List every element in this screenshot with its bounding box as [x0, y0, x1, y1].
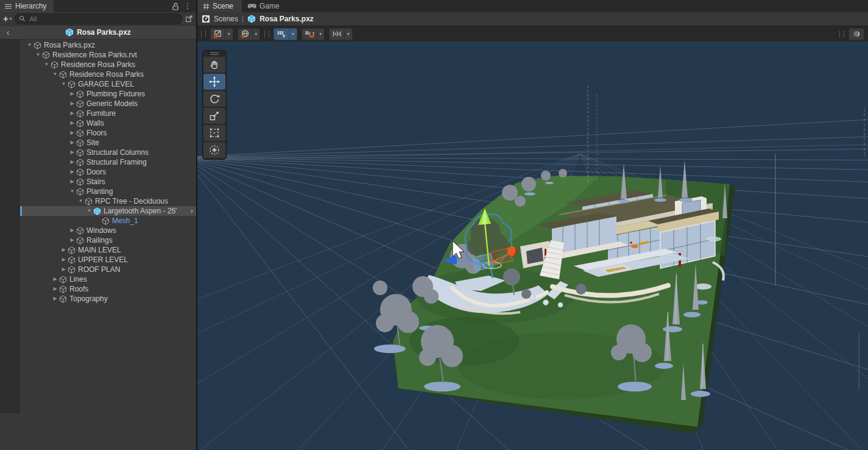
hierarchy-item-plumbing-fixtures[interactable]: ▶Plumbing Fixtures — [0, 89, 196, 99]
expand-arrow-icon[interactable]: ▶ — [68, 150, 76, 155]
expand-arrow-icon[interactable]: ▶ — [51, 287, 59, 291]
expand-arrow-icon[interactable]: ▶ — [68, 111, 76, 116]
expand-arrow-icon[interactable]: ▶ — [60, 267, 68, 272]
expand-arrow-icon[interactable]: ▼ — [68, 189, 76, 194]
expand-arrow-icon[interactable]: ▶ — [68, 91, 76, 96]
toolbar-drag-handle[interactable] — [264, 30, 269, 38]
hierarchy-item-floors[interactable]: ▶Floors — [0, 128, 196, 138]
hierarchy-item-furniture[interactable]: ▶Furniture — [0, 109, 196, 118]
item-label: Plumbing Fixtures — [86, 90, 145, 98]
hierarchy-item-mesh-1[interactable]: Mesh_1 — [0, 216, 196, 226]
toolbar-drag-handle[interactable] — [201, 30, 206, 38]
breadcrumb-current[interactable]: Rosa Parks.pxz — [259, 15, 314, 23]
search-input[interactable] — [28, 15, 178, 23]
unlock-icon[interactable] — [172, 2, 179, 10]
expand-arrow-icon[interactable]: ▼ — [26, 43, 34, 48]
transform-tool[interactable] — [203, 142, 225, 158]
expand-arrow-icon[interactable]: ▶ — [68, 101, 76, 106]
hierarchy-item-planting[interactable]: ▼Planting — [0, 187, 196, 196]
expand-arrow-icon[interactable]: ▶ — [68, 228, 76, 233]
cube-icon — [68, 246, 76, 254]
tab-scene[interactable]: Scene — [197, 0, 242, 12]
expand-arrow-icon[interactable]: ▶ — [60, 257, 68, 262]
expand-arrow-icon[interactable]: ▶ — [68, 130, 76, 135]
hierarchy-item-main-level[interactable]: ▶MAIN LEVEL — [0, 245, 196, 255]
dropdown-caret-icon: ▾ — [347, 32, 350, 37]
scenes-badge-icon[interactable] — [202, 15, 210, 23]
expand-arrow-icon[interactable]: ▶ — [68, 238, 76, 243]
hierarchy-item-upper-level[interactable]: ▶UPPER LEVEL — [0, 255, 196, 265]
transform-icon — [208, 144, 221, 156]
hierarchy-item-generic-models[interactable]: ▶Generic Models — [0, 99, 196, 109]
expand-arrow-icon[interactable]: ▼ — [34, 52, 42, 57]
hierarchy-item-rosa-parks-pxz[interactable]: ▼Rosa Parks.pxz — [0, 40, 196, 50]
create-object-button[interactable]: +▾ — [3, 14, 12, 23]
enter-prefab-chevron[interactable]: › — [191, 207, 193, 215]
hierarchy-item-residence-rosa-parks[interactable]: ▼Residence Rosa Parks — [0, 70, 196, 79]
tool-handle-rotation-button[interactable]: ▾ — [238, 28, 261, 40]
hierarchy-item-largetooth-aspen-25-[interactable]: ▼Largetooth Aspen - 25'› — [0, 206, 196, 216]
camera-doodad-icon — [852, 29, 861, 38]
expand-arrow-icon[interactable]: ▶ — [68, 160, 76, 165]
pick-window-icon[interactable] — [185, 15, 193, 23]
cube-icon — [59, 285, 67, 293]
view-hand-tool[interactable] — [203, 57, 225, 73]
tools-overlay[interactable] — [202, 50, 227, 160]
hierarchy-item-structural-framing[interactable]: ▶Structural Framing — [0, 157, 196, 167]
hierarchy-item-garage-level[interactable]: ▼GARAGE LEVEL — [0, 79, 196, 89]
item-label: Planting — [86, 187, 113, 196]
item-label: GARAGE LEVEL — [78, 80, 134, 88]
snap-settings-button[interactable]: ▾ — [302, 28, 325, 40]
expand-arrow-icon[interactable]: ▶ — [51, 296, 59, 301]
expand-arrow-icon[interactable]: ▼ — [77, 199, 85, 204]
hierarchy-item-roof-plan[interactable]: ▶ROOF PLAN — [0, 265, 196, 274]
scene-viewport[interactable] — [197, 41, 868, 450]
grid-visibility-button[interactable]: Y ▾ — [273, 28, 297, 40]
rotate-tool[interactable] — [203, 91, 225, 107]
toolbar-drag-handle[interactable] — [839, 30, 844, 38]
hierarchy-search[interactable] — [15, 13, 182, 24]
tab-hierarchy[interactable]: Hierarchy — [0, 0, 54, 12]
hierarchy-item-railings[interactable]: ▶Railings — [0, 235, 196, 245]
hierarchy-item-walls[interactable]: ▶Walls — [0, 118, 196, 128]
expand-arrow-icon[interactable]: ▶ — [68, 170, 76, 174]
hierarchy-item-roofs[interactable]: ▶Roofs — [0, 284, 196, 294]
hierarchy-item-doors[interactable]: ▶Doors — [0, 167, 196, 177]
panel-divider[interactable] — [196, 0, 197, 450]
item-label: Lines — [69, 275, 87, 284]
move-icon — [208, 76, 221, 88]
expand-arrow-icon[interactable]: ▼ — [85, 209, 93, 213]
expand-arrow-icon[interactable]: ▼ — [51, 72, 59, 77]
hierarchy-item-lines[interactable]: ▶Lines — [0, 274, 196, 284]
cube-icon — [76, 227, 84, 235]
expand-arrow-icon[interactable]: ▶ — [51, 277, 59, 282]
tool-handle-position-button[interactable]: ▾ — [210, 28, 233, 40]
hierarchy-item-rpc-tree-deciduous[interactable]: ▼RPC Tree - Deciduous — [0, 196, 196, 206]
kebab-menu-icon[interactable]: ⋮ — [184, 2, 191, 10]
scale-tool[interactable] — [203, 108, 225, 124]
hierarchy-item-stairs[interactable]: ▶Stairs — [0, 177, 196, 187]
expand-arrow-icon[interactable]: ▶ — [60, 248, 68, 252]
move-tool[interactable] — [203, 74, 225, 90]
hierarchy-item-topography[interactable]: ▶Topography — [0, 294, 196, 304]
hierarchy-item-residence-rosa-parks-rvt[interactable]: ▼Residence Rosa Parks.rvt — [0, 50, 196, 60]
tab-game[interactable]: Game — [242, 0, 288, 12]
back-chevron-button[interactable]: ‹ — [0, 28, 16, 37]
expand-arrow-icon[interactable]: ▶ — [68, 179, 76, 184]
cube-icon — [68, 266, 76, 274]
hierarchy-item-windows[interactable]: ▶Windows — [0, 226, 196, 235]
hierarchy-item-residence-rosa-parks[interactable]: ▼Residence Rosa Parks — [0, 60, 196, 70]
expand-arrow-icon[interactable]: ▶ — [68, 121, 76, 126]
rect-tool[interactable] — [203, 125, 225, 141]
scene-toolbar: ▾ ▾ Y — [197, 26, 868, 42]
svg-text:Y: Y — [283, 34, 286, 39]
expand-arrow-icon[interactable]: ▼ — [60, 82, 68, 87]
overlay-grip-handle[interactable] — [203, 51, 225, 57]
snap-increment-button[interactable]: ▾ — [329, 28, 353, 40]
breadcrumb-root[interactable]: Scenes — [214, 15, 238, 23]
expand-arrow-icon[interactable]: ▶ — [68, 140, 76, 145]
expand-arrow-icon[interactable]: ▼ — [43, 62, 51, 67]
hierarchy-item-structural-columns[interactable]: ▶Structural Columns — [0, 148, 196, 157]
scene-camera-settings-button[interactable] — [849, 28, 864, 40]
hierarchy-item-site[interactable]: ▶Site — [0, 138, 196, 148]
